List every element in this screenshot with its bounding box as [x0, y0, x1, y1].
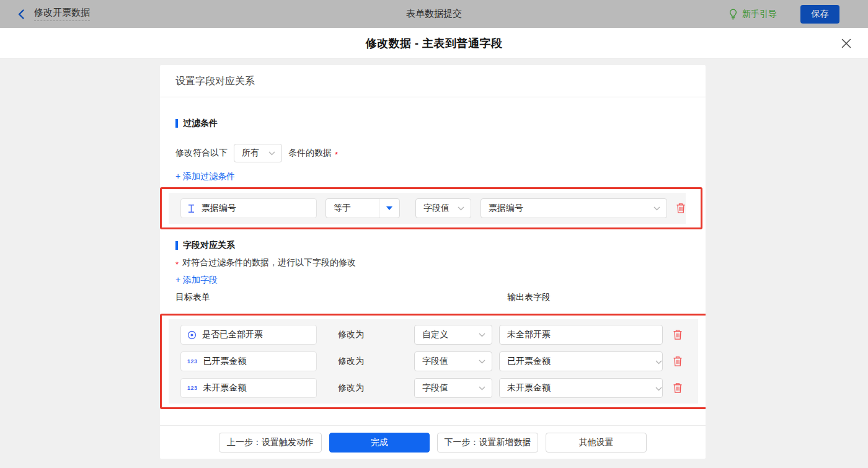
operator-value: 等于 [326, 203, 379, 214]
output-field-column-header: 输出表字段 [507, 292, 551, 303]
value-mode-value: 字段值 [415, 356, 479, 367]
value-mode-select[interactable]: 字段值 [414, 351, 492, 371]
operator-dropdown-trigger[interactable] [379, 199, 399, 218]
back-button[interactable]: 修改开票数据 [17, 7, 90, 21]
mapping-section-title: 字段对应关系 [175, 240, 690, 251]
delete-row-trash-icon[interactable] [673, 356, 683, 367]
condition-field-input[interactable]: 票据编号 [180, 198, 317, 218]
delete-row-trash-icon[interactable] [673, 329, 683, 340]
delete-row-trash-icon[interactable] [673, 382, 683, 394]
filter-sentence: 修改符合以下 所有 条件的数据 * [175, 144, 690, 162]
mapping-rows-container: 是否已全部开票 修改为 自定义 未全部开票 [169, 319, 698, 404]
chevron-down-icon [653, 206, 666, 211]
beginner-guide-link[interactable]: 新手引导 [728, 9, 777, 20]
mapping-description-text: 对符合过滤条件的数据，进行以下字段的修改 [182, 257, 356, 268]
target-field-label: 未开票金额 [203, 382, 247, 394]
highlight-box-filter: 票据编号 等于 字段值 票据编号 [160, 187, 702, 229]
output-field-value: 未开票金额 [500, 382, 655, 394]
filter-section-title: 过滤条件 [175, 118, 690, 129]
text-field-icon [187, 204, 195, 213]
filter-section-label: 过滤条件 [183, 118, 218, 129]
value-field-value: 票据编号 [481, 203, 653, 214]
add-filter-condition-link[interactable]: + 添加过滤条件 [175, 171, 235, 182]
done-button[interactable]: 完成 [329, 433, 430, 453]
custom-value-input[interactable]: 未全部开票 [499, 325, 663, 345]
app-topbar: 修改开票数据 表单数据提交 新手引导 保存 [0, 0, 868, 28]
chevron-down-icon [655, 383, 662, 393]
radio-field-icon [187, 330, 197, 340]
modify-to-label: 修改为 [338, 356, 364, 367]
chevron-down-icon [479, 360, 492, 364]
target-field-box[interactable]: 是否已全部开票 [180, 325, 317, 345]
workflow-name[interactable]: 修改开票数据 [34, 7, 90, 21]
card-body: 过滤条件 修改符合以下 所有 条件的数据 * + 添加过滤条件 [160, 97, 706, 425]
other-settings-button[interactable]: 其他设置 [546, 433, 647, 453]
chevron-down-icon [479, 386, 492, 391]
card-footer: 上一步：设置触发动作 完成 下一步：设置新增数据 其他设置 [160, 425, 706, 459]
chevron-down-icon [655, 356, 662, 366]
mapping-row: 123 未开票金额 修改为 字段值 未开票金额 [169, 378, 698, 398]
mapping-section-label: 字段对应关系 [183, 240, 235, 251]
beginner-guide-label: 新手引导 [742, 9, 777, 20]
mapping-row: 是否已全部开票 修改为 自定义 未全部开票 [169, 325, 698, 345]
dialog-titlebar: 修改数据 - 主表到普通字段 [0, 28, 868, 59]
value-type-value: 字段值 [416, 203, 458, 214]
delete-condition-trash-icon[interactable] [676, 203, 686, 214]
target-field-box[interactable]: 123 未开票金额 [180, 378, 317, 398]
prev-step-button[interactable]: 上一步：设置触发动作 [219, 433, 322, 453]
filter-condition-row: 票据编号 等于 字段值 票据编号 [169, 193, 686, 224]
chevron-down-icon [458, 206, 471, 211]
back-chevron-icon [17, 9, 25, 19]
required-mark: * [335, 150, 338, 159]
match-type-value: 所有 [234, 148, 268, 159]
section-bar-icon [175, 119, 178, 128]
number-field-icon: 123 [187, 385, 198, 391]
value-mode-select[interactable]: 字段值 [414, 378, 492, 398]
next-step-button[interactable]: 下一步：设置新增数据 [437, 433, 538, 453]
operator-select[interactable]: 等于 [326, 198, 400, 218]
filter-prefix-text: 修改符合以下 [175, 148, 228, 159]
mapping-column-headers: 目标表单 输出表字段 [175, 292, 690, 303]
target-form-column-header: 目标表单 [175, 292, 210, 303]
custom-value-text: 未全部开票 [500, 329, 662, 340]
chevron-down-icon [479, 333, 492, 337]
caret-down-icon [386, 206, 392, 210]
number-field-icon: 123 [187, 358, 198, 364]
value-mode-select[interactable]: 自定义 [414, 325, 492, 345]
chevron-down-icon [268, 151, 281, 156]
dialog-body: 设置字段对应关系 过滤条件 修改符合以下 所有 条件的数据 * + 添加过滤条件 [0, 59, 868, 468]
value-mode-value: 字段值 [415, 382, 479, 394]
value-field-select[interactable]: 票据编号 [480, 198, 667, 218]
modify-to-label: 修改为 [338, 382, 364, 394]
value-mode-value: 自定义 [415, 329, 479, 340]
output-field-value: 已开票金额 [500, 356, 655, 367]
target-field-label: 已开票金额 [203, 356, 247, 367]
highlight-box-mapping: 是否已全部开票 修改为 自定义 未全部开票 [160, 314, 706, 409]
lightbulb-icon [728, 9, 738, 20]
close-icon[interactable] [841, 38, 852, 49]
topbar-actions: 新手引导 保存 [728, 5, 868, 24]
dialog-title: 修改数据 - 主表到普通字段 [366, 36, 503, 51]
output-field-select[interactable]: 未开票金额 [499, 378, 663, 398]
mapping-row: 123 已开票金额 修改为 字段值 已开票金额 [169, 351, 698, 371]
condition-field-value: 票据编号 [202, 203, 236, 214]
field-mapping-card: 设置字段对应关系 过滤条件 修改符合以下 所有 条件的数据 * + 添加过滤条件 [160, 65, 706, 459]
modify-to-label: 修改为 [338, 329, 364, 340]
target-field-label: 是否已全部开票 [202, 329, 263, 340]
filter-suffix-text: 条件的数据 [288, 148, 332, 159]
add-field-link[interactable]: + 添加字段 [175, 275, 218, 286]
output-field-select[interactable]: 已开票金额 [499, 351, 663, 371]
match-type-select[interactable]: 所有 [234, 144, 282, 162]
value-type-select[interactable]: 字段值 [415, 198, 471, 218]
save-button[interactable]: 保存 [800, 5, 839, 24]
card-header: 设置字段对应关系 [160, 65, 706, 97]
target-field-box[interactable]: 123 已开票金额 [180, 351, 317, 371]
required-mark: * [175, 260, 179, 269]
section-bar-icon [175, 241, 178, 250]
mapping-description: * 对符合过滤条件的数据，进行以下字段的修改 [175, 257, 690, 268]
